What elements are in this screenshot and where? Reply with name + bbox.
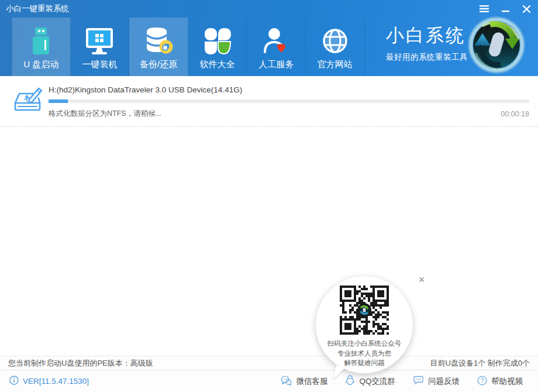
brand-tagline: 最好用的系统重装工具 (386, 52, 474, 63)
official-site-icon (320, 26, 350, 56)
recycle-arrows-logo-icon (467, 15, 526, 75)
qr-code (340, 286, 389, 335)
help-video-icon: ? (477, 376, 487, 387)
progress-status: 格式化数据分区为NTFS，请稍候... (49, 109, 161, 119)
help-video-link[interactable]: ? 帮助视频 (477, 375, 523, 387)
elapsed-time: 00:00:18 (501, 110, 529, 118)
monitor-install-icon (84, 26, 115, 56)
app-window: 小白一键重装系统 (0, 0, 538, 392)
usb-task-panel: H:(hd2)Kingston DataTraveler 3.0 USB Dev… (0, 76, 538, 127)
pe-version-status: 您当前制作启动U盘使用的PE版本：高级版 (8, 356, 153, 370)
progress-fill (49, 99, 68, 103)
progress-bar (49, 99, 529, 103)
usb-device-status: 目前U盘设备1个 制作完成0个 (430, 356, 530, 370)
tab-official-site[interactable]: 官方网站 (306, 18, 365, 76)
nav-tabs: U 盘启动 一键装机 (12, 18, 365, 76)
tab-label: 官方网站 (318, 59, 353, 70)
qr-center-logo-icon (357, 303, 371, 317)
version-info[interactable]: VER[11.5.47.1530] (9, 376, 89, 387)
link-label: 问题反馈 (428, 376, 460, 387)
menu-icon[interactable] (478, 3, 490, 15)
tab-software[interactable]: 软件大全 (188, 18, 247, 76)
app-title: 小白一键重装系统 (6, 0, 69, 18)
version-label: VER[11.5.47.1530] (23, 377, 89, 386)
titlebar: 小白一键重装系统 (0, 0, 538, 18)
tab-label: 软件大全 (200, 59, 235, 70)
tab-label: U 盘启动 (23, 59, 58, 70)
human-service-icon (261, 26, 291, 56)
format-drive-icon (9, 83, 43, 121)
software-collection-icon (202, 26, 233, 56)
tab-label: 一键装机 (82, 59, 117, 70)
tab-backup-restore[interactable]: 备份/还原 (129, 18, 188, 76)
brand-name: 小白系统 (386, 23, 474, 48)
tab-human-service[interactable]: 人工服务 (247, 18, 306, 76)
tab-label: 人工服务 (258, 59, 294, 70)
qr-caption: 扫码关注小白系统公众号 专业技术人员为您 解答疑难问题 (327, 339, 402, 368)
minimize-icon[interactable] (499, 3, 511, 15)
footer: VER[11.5.47.1530] 微信客服 (0, 370, 538, 392)
backup-restore-icon (143, 26, 174, 56)
device-title: H:(hd2)Kingston DataTraveler 3.0 USB Dev… (49, 85, 529, 94)
tab-label: 备份/还原 (140, 59, 177, 70)
wechat-icon (281, 376, 292, 387)
link-label: 帮助视频 (491, 376, 523, 387)
tab-one-key-install[interactable]: 一键装机 (71, 18, 130, 76)
usb-drive-icon (26, 26, 56, 56)
qr-close-icon[interactable]: × (416, 275, 427, 286)
qr-bubble: 扫码关注小白系统公众号 专业技术人员为您 解答疑难问题 (316, 276, 413, 373)
content-area (0, 128, 538, 356)
close-icon[interactable] (520, 3, 532, 15)
svg-text:?: ? (481, 377, 484, 384)
header: 小白一键重装系统 (0, 0, 538, 76)
tab-usb-boot[interactable]: U 盘启动 (12, 18, 71, 76)
qr-popup: 扫码关注小白系统公众号 专业技术人员为您 解答疑难问题 × (315, 273, 426, 381)
info-icon (9, 376, 19, 387)
statusbar: 您当前制作启动U盘使用的PE版本：高级版 目前U盘设备1个 制作完成0个 (0, 356, 538, 370)
brand-block: 小白系统 最好用的系统重装工具 (386, 23, 474, 63)
